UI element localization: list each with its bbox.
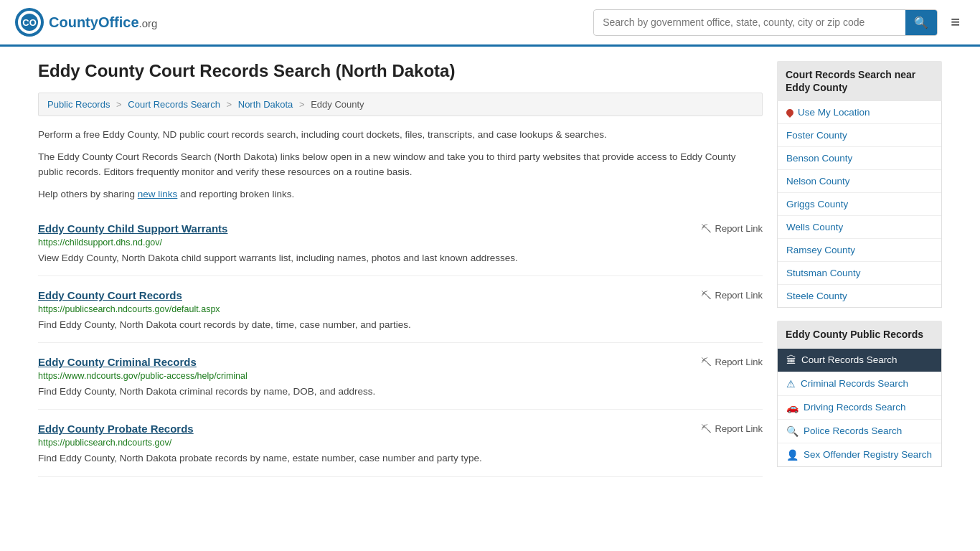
record-item: Eddy County Court Records ⛏ Report Link … bbox=[38, 276, 763, 343]
header-right: 🔍 ≡ bbox=[593, 9, 966, 36]
record-url[interactable]: https://publicsearch.ndcourts.gov/defaul… bbox=[38, 304, 763, 314]
logo-icon: CO bbox=[14, 7, 44, 37]
report-link[interactable]: ⛏ Report Link bbox=[701, 222, 763, 235]
breadcrumb-sep-1: > bbox=[116, 99, 122, 110]
main-container: Eddy County Court Records Search (North … bbox=[24, 47, 956, 494]
record-header: Eddy County Child Support Warrants ⛏ Rep… bbox=[38, 222, 763, 235]
location-icon bbox=[785, 108, 795, 118]
breadcrumb-north-dakota[interactable]: North Dakota bbox=[238, 99, 293, 110]
record-header: Eddy County Court Records ⛏ Report Link bbox=[38, 289, 763, 301]
search-bar: 🔍 bbox=[593, 9, 938, 36]
svg-text:CO: CO bbox=[22, 17, 37, 28]
sidebar-public-records-section: Eddy County Public Records 🏛 Court Recor… bbox=[777, 321, 942, 466]
sidebar-nearby-list: Use My Location Foster County Benson Cou… bbox=[777, 101, 942, 308]
breadcrumb-eddy-county: Eddy County bbox=[311, 99, 364, 110]
search-icon: 🔍 bbox=[914, 17, 928, 29]
header: CO CountyOffice.org 🔍 ≡ bbox=[0, 0, 980, 47]
sidebar-item-criminal-records[interactable]: ⚠ Criminal Records Search bbox=[778, 372, 941, 396]
sidebar-nearby-section: Court Records Search near Eddy County Us… bbox=[777, 61, 942, 308]
sidebar-item-stutsman-county[interactable]: Stutsman County bbox=[778, 262, 941, 285]
record-title[interactable]: Eddy County Probate Records bbox=[38, 423, 194, 435]
sidebar: Court Records Search near Eddy County Us… bbox=[777, 61, 942, 480]
record-item: Eddy County Criminal Records ⛏ Report Li… bbox=[38, 343, 763, 410]
intro-p1: Perform a free Eddy County, ND public co… bbox=[38, 128, 763, 143]
intro-text: Perform a free Eddy County, ND public co… bbox=[38, 128, 763, 202]
records-list: Eddy County Child Support Warrants ⛏ Rep… bbox=[38, 209, 763, 477]
page-title: Eddy County Court Records Search (North … bbox=[38, 61, 763, 81]
record-url[interactable]: https://publicsearch.ndcourts.gov/ bbox=[38, 438, 763, 448]
breadcrumb-public-records[interactable]: Public Records bbox=[47, 99, 110, 110]
report-link[interactable]: ⛏ Report Link bbox=[701, 289, 763, 301]
logo-area[interactable]: CO CountyOffice.org bbox=[14, 7, 157, 37]
record-desc: Find Eddy County, North Dakota criminal … bbox=[38, 385, 763, 399]
court-records-label: Court Records Search bbox=[801, 354, 897, 365]
sidebar-item-steele-county[interactable]: Steele County bbox=[778, 285, 941, 307]
menu-icon: ≡ bbox=[951, 13, 960, 31]
record-title[interactable]: Eddy County Criminal Records bbox=[38, 356, 197, 368]
breadcrumb-sep-2: > bbox=[227, 99, 232, 110]
sidebar-item-sex-offender[interactable]: 👤 Sex Offender Registry Search bbox=[778, 443, 941, 466]
sidebar-item-foster-county[interactable]: Foster County bbox=[778, 124, 941, 147]
report-link[interactable]: ⛏ Report Link bbox=[701, 423, 763, 435]
sidebar-item-benson-county[interactable]: Benson County bbox=[778, 147, 941, 170]
report-icon: ⛏ bbox=[701, 423, 712, 435]
sidebar-public-records-title: Eddy County Public Records bbox=[777, 321, 942, 348]
sidebar-item-wells-county[interactable]: Wells County bbox=[778, 216, 941, 239]
report-link[interactable]: ⛏ Report Link bbox=[701, 356, 763, 368]
criminal-records-icon: ⚠ bbox=[786, 378, 796, 390]
police-records-icon: 🔍 bbox=[786, 425, 798, 437]
record-title[interactable]: Eddy County Court Records bbox=[38, 289, 182, 301]
menu-button[interactable]: ≡ bbox=[945, 10, 966, 34]
record-header: Eddy County Criminal Records ⛏ Report Li… bbox=[38, 356, 763, 368]
use-location-link[interactable]: Use My Location bbox=[798, 107, 870, 118]
sex-offender-icon: 👤 bbox=[786, 449, 798, 461]
record-desc: Find Eddy County, North Dakota probate r… bbox=[38, 451, 763, 466]
record-item: Eddy County Child Support Warrants ⛏ Rep… bbox=[38, 209, 763, 276]
report-label: Report Link bbox=[715, 290, 763, 301]
record-header: Eddy County Probate Records ⛏ Report Lin… bbox=[38, 423, 763, 435]
intro-p2: The Eddy County Court Records Search (No… bbox=[38, 150, 763, 180]
record-url[interactable]: https://childsupport.dhs.nd.gov/ bbox=[38, 237, 763, 248]
record-desc: View Eddy County, North Dakota child sup… bbox=[38, 251, 763, 265]
record-item: Eddy County Probate Records ⛏ Report Lin… bbox=[38, 410, 763, 476]
driving-records-icon: 🚗 bbox=[786, 402, 798, 413]
report-label: Report Link bbox=[715, 423, 763, 434]
new-links-link[interactable]: new links bbox=[138, 189, 178, 199]
record-url[interactable]: https://www.ndcourts.gov/public-access/h… bbox=[38, 371, 763, 381]
sidebar-nearby-title: Court Records Search near Eddy County bbox=[777, 61, 942, 101]
court-records-icon: 🏛 bbox=[786, 354, 796, 366]
logo-text: CountyOffice.org bbox=[49, 14, 157, 31]
breadcrumb-court-records[interactable]: Court Records Search bbox=[128, 99, 220, 110]
use-my-location[interactable]: Use My Location bbox=[778, 101, 941, 124]
content-area: Eddy County Court Records Search (North … bbox=[38, 61, 763, 480]
record-desc: Find Eddy County, North Dakota court rec… bbox=[38, 318, 763, 332]
report-label: Report Link bbox=[715, 357, 763, 367]
breadcrumb: Public Records > Court Records Search > … bbox=[38, 93, 763, 116]
search-button[interactable]: 🔍 bbox=[905, 10, 937, 35]
report-label: Report Link bbox=[715, 223, 763, 234]
sidebar-item-ramsey-county[interactable]: Ramsey County bbox=[778, 239, 941, 262]
sidebar-item-court-records[interactable]: 🏛 Court Records Search bbox=[778, 349, 941, 372]
search-input[interactable] bbox=[594, 11, 905, 34]
sidebar-item-police-records[interactable]: 🔍 Police Records Search bbox=[778, 420, 941, 443]
sidebar-item-driving-records[interactable]: 🚗 Driving Records Search bbox=[778, 396, 941, 420]
report-icon: ⛏ bbox=[701, 289, 712, 301]
report-icon: ⛏ bbox=[701, 222, 712, 235]
breadcrumb-sep-3: > bbox=[299, 99, 305, 110]
record-title[interactable]: Eddy County Child Support Warrants bbox=[38, 222, 227, 235]
intro-p3: Help others by sharing new links and rep… bbox=[38, 187, 763, 202]
sidebar-item-nelson-county[interactable]: Nelson County bbox=[778, 170, 941, 193]
sidebar-item-griggs-county[interactable]: Griggs County bbox=[778, 193, 941, 216]
sidebar-public-records-list: 🏛 Court Records Search ⚠ Criminal Record… bbox=[777, 349, 942, 467]
report-icon: ⛏ bbox=[701, 356, 712, 368]
